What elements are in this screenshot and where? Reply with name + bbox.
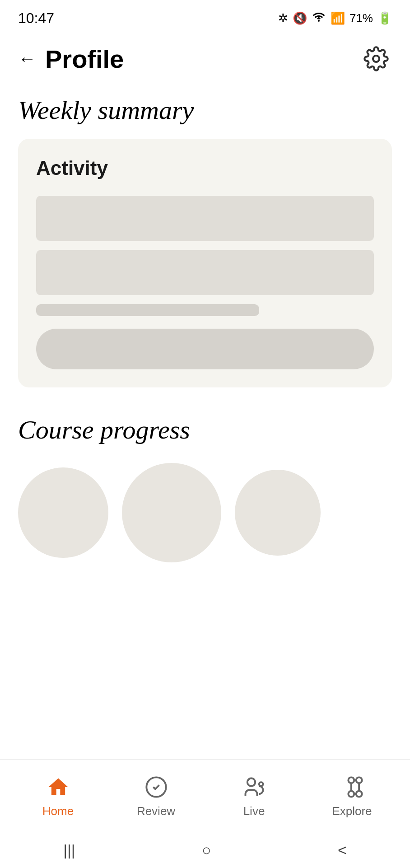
svg-point-6 bbox=[356, 777, 362, 783]
nav-label-home: Home bbox=[42, 804, 74, 818]
svg-point-0 bbox=[318, 20, 320, 22]
svg-point-5 bbox=[348, 777, 354, 783]
course-circles bbox=[18, 463, 392, 562]
course-progress-title: Course progress bbox=[18, 415, 392, 445]
weekly-summary-section: Weekly summary Activity bbox=[18, 95, 392, 387]
settings-gear-icon bbox=[363, 46, 389, 71]
nav-label-review: Review bbox=[137, 804, 175, 818]
course-circle-1 bbox=[18, 467, 108, 558]
android-recent-button[interactable]: ||| bbox=[63, 841, 75, 859]
signal-icon: 📶 bbox=[331, 11, 345, 25]
header-left: ← Profile bbox=[18, 44, 124, 74]
bluetooth-icon: ✲ bbox=[278, 11, 288, 25]
status-bar: 10:47 ✲ 🔇 📶 71% 🔋 bbox=[0, 0, 410, 36]
svg-point-8 bbox=[356, 791, 362, 797]
svg-point-7 bbox=[348, 791, 354, 797]
nav-item-explore[interactable]: Explore bbox=[303, 774, 401, 818]
mute-icon: 🔇 bbox=[293, 11, 307, 25]
skeleton-block-2 bbox=[36, 250, 374, 295]
course-circle-3 bbox=[235, 470, 321, 556]
back-button[interactable]: ← bbox=[18, 50, 36, 68]
course-progress-section: Course progress bbox=[18, 415, 392, 562]
activity-card: Activity bbox=[18, 139, 392, 387]
header: ← Profile bbox=[0, 36, 410, 81]
android-home-button[interactable]: ○ bbox=[202, 841, 211, 859]
skeleton-block-1 bbox=[36, 196, 374, 241]
home-icon bbox=[45, 774, 72, 801]
nav-item-live[interactable]: Live bbox=[205, 774, 303, 818]
status-icons: ✲ 🔇 📶 71% 🔋 bbox=[278, 11, 392, 25]
activity-card-title: Activity bbox=[36, 157, 374, 179]
battery-icon: 🔋 bbox=[377, 11, 392, 25]
course-circle-2 bbox=[122, 463, 221, 562]
settings-button[interactable] bbox=[360, 43, 392, 75]
skeleton-cta-button bbox=[36, 329, 374, 369]
android-nav-bar: ||| ○ < bbox=[0, 832, 410, 868]
wifi-icon bbox=[312, 11, 326, 25]
android-back-button[interactable]: < bbox=[338, 841, 347, 859]
svg-point-3 bbox=[247, 778, 255, 786]
review-icon bbox=[143, 774, 170, 801]
weekly-summary-title: Weekly summary bbox=[18, 95, 392, 125]
battery-label: 71% bbox=[349, 11, 373, 25]
main-content: Weekly summary Activity Course progress bbox=[0, 81, 410, 760]
svg-point-1 bbox=[373, 56, 379, 62]
skeleton-bar bbox=[36, 304, 259, 316]
live-icon bbox=[241, 774, 268, 801]
nav-item-home[interactable]: Home bbox=[9, 774, 107, 818]
nav-item-review[interactable]: Review bbox=[107, 774, 205, 818]
status-time: 10:47 bbox=[18, 10, 54, 27]
page-title: Profile bbox=[45, 44, 124, 74]
bottom-nav: Home Review Live bbox=[0, 760, 410, 832]
explore-icon bbox=[339, 774, 366, 801]
svg-point-4 bbox=[259, 782, 263, 786]
nav-label-explore: Explore bbox=[332, 804, 372, 818]
nav-label-live: Live bbox=[243, 804, 265, 818]
